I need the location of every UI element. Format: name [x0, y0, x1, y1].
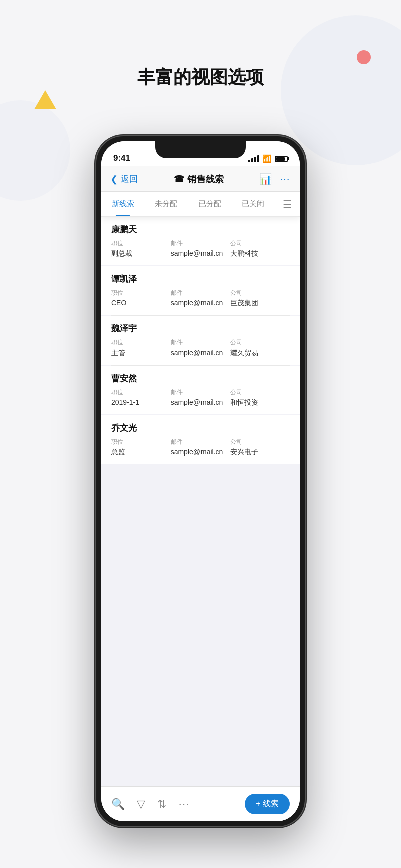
- contact-field-position-2: 职位 CEO: [111, 289, 171, 308]
- page-title: 丰富的视图选项: [0, 65, 401, 90]
- sort-icon[interactable]: ⇅: [157, 798, 166, 811]
- nav-title: ☎ 销售线索: [174, 173, 224, 185]
- position-label-4: 职位: [111, 388, 171, 397]
- email-value-1: sample@mail.cn: [171, 249, 231, 257]
- tab-new-leads[interactable]: 新线索: [101, 192, 145, 216]
- tab-new-leads-label: 新线索: [112, 199, 134, 209]
- company-value-1: 大鹏科技: [230, 249, 290, 258]
- phone-frame: 9:41 📶 ❮ 返回 ☎ 销售线: [95, 135, 306, 827]
- company-value-4: 和恒投资: [230, 398, 290, 407]
- tab-unassigned[interactable]: 未分配: [145, 192, 188, 216]
- position-label-3: 职位: [111, 338, 171, 347]
- signal-bar-2: [251, 158, 253, 162]
- nav-bar: ❮ 返回 ☎ 销售线索 📊 ⋯: [101, 166, 300, 192]
- contact-field-email-3: 邮件 sample@mail.cn: [171, 338, 231, 358]
- email-value-5: sample@mail.cn: [171, 448, 231, 456]
- status-time: 9:41: [113, 153, 130, 163]
- signal-bar-3: [254, 157, 256, 162]
- contact-field-position-4: 职位 2019-1-1: [111, 388, 171, 407]
- phone-icon: ☎: [174, 173, 184, 184]
- company-value-2: 巨茂集团: [230, 299, 290, 308]
- contact-field-company-5: 公司 安兴电子: [230, 438, 290, 457]
- phone-screen: 9:41 📶 ❮ 返回 ☎ 销售线: [101, 141, 300, 821]
- position-value-1: 副总裁: [111, 249, 171, 258]
- more-dots-icon[interactable]: ⋯: [178, 798, 189, 811]
- position-value-3: 主管: [111, 349, 171, 358]
- tab-active-indicator: [116, 215, 130, 216]
- contact-field-company-2: 公司 巨茂集团: [230, 289, 290, 308]
- contact-card-1[interactable]: 康鹏天 职位 副总裁 邮件 sample@mail.cn 公司 大鹏科技: [101, 217, 300, 265]
- email-label-2: 邮件: [171, 289, 231, 297]
- email-label-5: 邮件: [171, 438, 231, 446]
- bottom-toolbar: 🔍 ▽ ⇅ ⋯ + 线索: [101, 786, 300, 821]
- contact-fields-1: 职位 副总裁 邮件 sample@mail.cn 公司 大鹏科技: [111, 239, 290, 258]
- contact-card-5[interactable]: 乔文光 职位 总监 邮件 sample@mail.cn 公司 安兴电子: [101, 415, 300, 464]
- company-label-5: 公司: [230, 438, 290, 446]
- nav-right-actions: 📊 ⋯: [259, 173, 291, 185]
- contact-name-2: 谭凯泽: [111, 273, 290, 285]
- contact-fields-5: 职位 总监 邮件 sample@mail.cn 公司 安兴电子: [111, 438, 290, 457]
- company-label-2: 公司: [230, 289, 290, 297]
- search-icon[interactable]: 🔍: [111, 798, 125, 811]
- contact-field-position-5: 职位 总监: [111, 438, 171, 457]
- wifi-icon: 📶: [262, 154, 272, 163]
- signal-bar-4: [257, 155, 259, 162]
- bg-decoration-circle-left: [0, 100, 70, 201]
- position-value-5: 总监: [111, 448, 171, 457]
- add-lead-button[interactable]: + 线索: [245, 794, 290, 814]
- status-icons: 📶: [248, 154, 288, 163]
- chevron-left-icon: ❮: [110, 173, 118, 185]
- chart-icon[interactable]: 📊: [259, 173, 272, 185]
- bg-decoration-triangle-yellow: [34, 90, 56, 109]
- signal-icon: [248, 155, 259, 162]
- contact-name-4: 曹安然: [111, 373, 290, 384]
- position-value-2: CEO: [111, 299, 171, 307]
- phone-notch: [155, 141, 246, 158]
- position-value-4: 2019-1-1: [111, 398, 171, 406]
- email-value-2: sample@mail.cn: [171, 299, 231, 307]
- nav-back-label: 返回: [121, 173, 138, 185]
- nav-back-button[interactable]: ❮ 返回: [110, 173, 138, 185]
- contact-fields-4: 职位 2019-1-1 邮件 sample@mail.cn 公司 和恒投资: [111, 388, 290, 407]
- contact-card-4[interactable]: 曹安然 职位 2019-1-1 邮件 sample@mail.cn 公司 和恒投…: [101, 366, 300, 414]
- position-label-5: 职位: [111, 438, 171, 446]
- email-label-3: 邮件: [171, 338, 231, 347]
- contact-fields-2: 职位 CEO 邮件 sample@mail.cn 公司 巨茂集团: [111, 289, 290, 308]
- tab-unassigned-label: 未分配: [155, 199, 177, 209]
- position-label-2: 职位: [111, 289, 171, 297]
- contact-field-position-3: 职位 主管: [111, 338, 171, 358]
- contact-card-2[interactable]: 谭凯泽 职位 CEO 邮件 sample@mail.cn 公司 巨茂集团: [101, 266, 300, 315]
- filter-icon[interactable]: ▽: [137, 798, 145, 811]
- battery-fill: [276, 157, 285, 161]
- company-label-4: 公司: [230, 388, 290, 397]
- contact-name-5: 乔文光: [111, 422, 290, 434]
- tab-closed[interactable]: 已关闭: [232, 192, 275, 216]
- tab-assigned-label: 已分配: [198, 199, 221, 209]
- contact-field-email-5: 邮件 sample@mail.cn: [171, 438, 231, 457]
- contact-field-email-1: 邮件 sample@mail.cn: [171, 239, 231, 258]
- contact-field-company-3: 公司 耀久贸易: [230, 338, 290, 358]
- email-value-4: sample@mail.cn: [171, 398, 231, 406]
- contact-fields-3: 职位 主管 邮件 sample@mail.cn 公司 耀久贸易: [111, 338, 290, 358]
- company-label-3: 公司: [230, 338, 290, 347]
- email-value-3: sample@mail.cn: [171, 349, 231, 357]
- bg-decoration-dot-pink: [357, 50, 371, 64]
- contact-field-email-2: 邮件 sample@mail.cn: [171, 289, 231, 308]
- battery-icon: [275, 156, 288, 162]
- nav-title-text: 销售线索: [187, 173, 224, 185]
- email-label-4: 邮件: [171, 388, 231, 397]
- contact-field-company-1: 公司 大鹏科技: [230, 239, 290, 258]
- more-icon[interactable]: ⋯: [280, 173, 291, 185]
- contact-field-email-4: 邮件 sample@mail.cn: [171, 388, 231, 407]
- company-value-3: 耀久贸易: [230, 349, 290, 358]
- tab-assigned[interactable]: 已分配: [188, 192, 232, 216]
- company-label-1: 公司: [230, 239, 290, 248]
- tab-menu-icon[interactable]: ☰: [275, 198, 300, 210]
- tabs-container: 新线索 未分配 已分配 已关闭 ☰: [101, 192, 300, 217]
- company-value-5: 安兴电子: [230, 448, 290, 457]
- contact-card-3[interactable]: 魏泽宇 职位 主管 邮件 sample@mail.cn 公司 耀久贸易: [101, 316, 300, 365]
- email-label-1: 邮件: [171, 239, 231, 248]
- contacts-list: 康鹏天 职位 副总裁 邮件 sample@mail.cn 公司 大鹏科技: [101, 217, 300, 786]
- contact-name-3: 魏泽宇: [111, 323, 290, 334]
- tab-closed-label: 已关闭: [242, 199, 264, 209]
